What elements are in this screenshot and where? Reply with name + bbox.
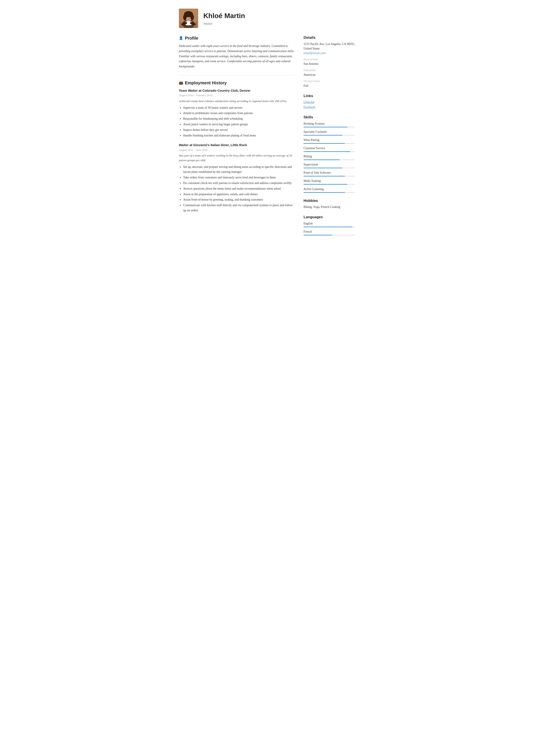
language-bar-fill-0 xyxy=(304,227,353,227)
skill-bar-fill-4 xyxy=(304,159,340,160)
skills-section: Skills Booking Systems Specialty Cocktai… xyxy=(304,115,355,193)
detail-email: email@email.com xyxy=(304,51,355,55)
skill-name-1: Specialty Cocktails xyxy=(304,129,355,134)
language-name-1: French xyxy=(304,230,355,234)
skill-bar-bg-5 xyxy=(304,168,355,168)
skill-name-2: Wine Pairing xyxy=(304,138,355,142)
resume-wrapper: Khloé Martin Waiter 👤 Profile Dedicated … xyxy=(170,0,364,756)
skill-item-5: Supervision xyxy=(304,162,355,168)
languages-section-title: Languages xyxy=(304,214,355,220)
skill-bar-fill-0 xyxy=(304,127,347,127)
skill-bar-fill-1 xyxy=(304,135,342,136)
bullet-item: Supervise a team of 30 junior waiters an… xyxy=(183,105,295,110)
link-linkedin[interactable]: Linkedin xyxy=(304,100,355,104)
header-title: Waiter xyxy=(203,21,245,26)
skill-bar-bg-3 xyxy=(304,151,355,152)
hobbies-text: Biking, Yoga, French Cooking xyxy=(304,205,355,209)
right-column: Details 1515 Pacific Ave, Los Angeles, C… xyxy=(304,35,355,241)
languages-section: Languages English French xyxy=(304,214,355,235)
skill-name-5: Supervision xyxy=(304,162,355,167)
language-bar-fill-1 xyxy=(304,235,332,235)
skill-bar-bg-6 xyxy=(304,176,355,176)
skill-item-0: Booking Systems xyxy=(304,122,355,127)
header: Khloé Martin Waiter xyxy=(179,9,355,28)
skill-bar-fill-8 xyxy=(304,192,345,193)
skill-name-6: Point of Sale Software xyxy=(304,171,355,175)
language-bar-bg-1 xyxy=(304,235,355,235)
bullet-item: Set up, decorate, and prepare serving an… xyxy=(183,164,295,175)
header-name: Khloé Martin xyxy=(203,11,245,21)
skill-bar-fill-6 xyxy=(304,176,345,176)
skill-bar-bg-7 xyxy=(304,184,355,185)
bullet-item: Responsible for timekeeping and shift sc… xyxy=(183,116,295,122)
left-column: 👤 Profile Dedicated waiter with eight ye… xyxy=(179,35,295,241)
detail-address: 1515 Pacific Ave, Los Angeles, CA 90291,… xyxy=(304,42,355,51)
language-name-0: English xyxy=(304,221,355,226)
avatar-image xyxy=(179,9,198,28)
bullet-item: Answer questions about the menu items an… xyxy=(183,186,295,191)
job-summary-1: Achieved county-best culinary satisfacti… xyxy=(179,99,295,103)
language-item-0: English xyxy=(304,221,355,227)
employment-section: 💼 Employment History Team Waiter at Colo… xyxy=(179,80,295,213)
skill-name-3: Customer Service xyxy=(304,146,355,150)
language-bar-bg-0 xyxy=(304,227,355,227)
divider-1 xyxy=(179,75,295,75)
skill-name-0: Booking Systems xyxy=(304,122,355,126)
skill-bar-bg-2 xyxy=(304,143,355,144)
profile-section: 👤 Profile Dedicated waiter with eight ye… xyxy=(179,35,295,69)
skill-item-1: Specialty Cocktails xyxy=(304,129,355,136)
skill-item-8: Active Listening xyxy=(304,187,355,193)
header-info: Khloé Martin Waiter xyxy=(203,11,245,26)
job-bullets-2: Set up, decorate, and prepare serving an… xyxy=(179,164,295,213)
skills-section-title: Skills xyxy=(304,115,355,120)
skill-item-6: Point of Sale Software xyxy=(304,171,355,176)
skill-bar-fill-2 xyxy=(304,143,345,144)
svg-point-7 xyxy=(191,14,194,20)
language-item-1: French xyxy=(304,230,355,235)
profile-icon: 👤 xyxy=(179,36,183,41)
job-dates-2: August 2012 – June 2016 xyxy=(179,148,295,152)
avatar xyxy=(179,9,198,28)
bullet-item: Assist junior waiters in servicing large… xyxy=(183,122,295,127)
link-facebook[interactable]: Facebook xyxy=(304,105,355,109)
svg-point-9 xyxy=(190,16,191,17)
skill-name-8: Active Listening xyxy=(304,187,355,191)
details-section: Details 1515 Pacific Ave, Los Angeles, C… xyxy=(304,35,355,88)
job-item-1: Team Waiter at Colorado Country Club, De… xyxy=(179,88,295,138)
profile-section-title: 👤 Profile xyxy=(179,35,295,41)
bullet-item: Assist front-of-house by greeting, seati… xyxy=(183,197,295,202)
svg-point-6 xyxy=(183,14,187,20)
bullet-item: Assist in the preparation of appetizers,… xyxy=(183,192,295,197)
job-item-2: Waiter at Giovanni's Italian Diner, Litt… xyxy=(179,143,295,213)
bullet-item: Do consistent check-ins with patrons to … xyxy=(183,180,295,186)
svg-point-8 xyxy=(187,16,188,17)
hobbies-section: Hobbies Biking, Yoga, French Cooking xyxy=(304,198,355,209)
skill-item-3: Customer Service xyxy=(304,146,355,152)
nationality-value: American xyxy=(304,72,355,77)
skill-name-4: Billing xyxy=(304,154,355,159)
driving-license-value: Full xyxy=(304,84,355,88)
skill-bar-bg-1 xyxy=(304,135,355,136)
driving-license-label: Driving license xyxy=(304,79,355,83)
main-layout: 👤 Profile Dedicated waiter with eight ye… xyxy=(179,35,355,241)
skill-bar-fill-5 xyxy=(304,168,342,168)
skill-bar-bg-8 xyxy=(304,192,355,193)
skill-bar-bg-0 xyxy=(304,127,355,127)
skill-item-7: Multi-Tasking xyxy=(304,178,355,185)
skill-item-4: Billing xyxy=(304,154,355,160)
employment-section-title: 💼 Employment History xyxy=(179,80,295,86)
bullet-item: Handle finishing touches and elaborate p… xyxy=(183,133,295,138)
job-dates-1: August 2016 – February 2019 xyxy=(179,93,295,97)
skill-item-2: Wine Pairing xyxy=(304,138,355,144)
skill-name-7: Multi-Tasking xyxy=(304,178,355,183)
profile-text: Dedicated waiter with eight years servic… xyxy=(179,43,295,69)
job-summary-2: Was part of a team of 6 waiters working … xyxy=(179,153,295,162)
employment-icon: 💼 xyxy=(179,80,183,85)
hobbies-section-title: Hobbies xyxy=(304,198,355,203)
nationality-label: Nationality xyxy=(304,68,355,72)
place-of-birth-label: Place of birth xyxy=(304,58,355,62)
job-bullets-1: Supervise a team of 30 junior waiters an… xyxy=(179,105,295,138)
bullet-item: Take orders from customers and timeously… xyxy=(183,175,295,180)
job-title-1: Team Waiter at Colorado Country Club, De… xyxy=(179,88,295,93)
links-section-title: Links xyxy=(304,93,355,99)
